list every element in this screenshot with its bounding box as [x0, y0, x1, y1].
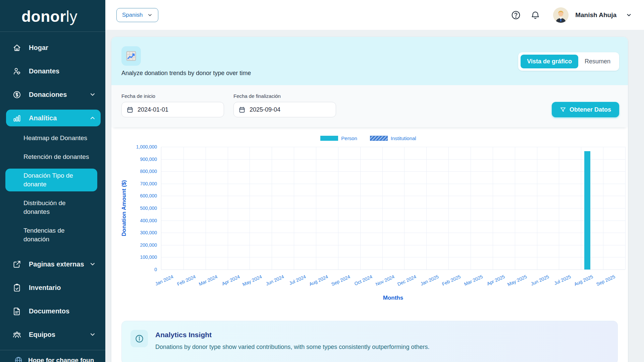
user-name[interactable]: Manish Ahuja [575, 11, 616, 19]
submenu-item-tendencias[interactable]: Tendencias de donación [5, 224, 97, 246]
sidebar-item-donaciones[interactable]: Donaciones [6, 86, 101, 103]
filter-bar: Fecha de inicio 2024-01-01 Fecha de fina… [111, 85, 628, 127]
sidebar-item-label: Donantes [29, 67, 96, 75]
gridline [228, 147, 228, 269]
submenu-item-distribucion[interactable]: Distribución de donantes [5, 196, 97, 219]
gridline [161, 221, 625, 221]
y-tick-label: 200,000 [140, 242, 157, 248]
analytics-card: Analyze donation trends by donor type ov… [111, 37, 628, 362]
topbar: Spanish Manish Ahuja [105, 0, 644, 30]
submenu-item-heatmap[interactable]: Heatmap de Donantes [5, 131, 97, 145]
sidebar-item-documentos[interactable]: Documentos [6, 303, 101, 319]
chart-view-button[interactable]: Vista de gráfico [521, 55, 578, 68]
y-tick-label: 300,000 [140, 230, 157, 235]
sidebar-item-inventario[interactable]: Inventario [6, 279, 101, 296]
chart-trend-icon [121, 46, 141, 66]
submenu-item-retencion[interactable]: Retención de donantes [5, 150, 97, 164]
gridline [161, 208, 625, 208]
clipboard-check-icon [12, 283, 21, 292]
analytics-submenu: Heatmap de Donantes Retención de donante… [0, 131, 105, 256]
calendar-icon [126, 106, 133, 113]
y-tick-label: 100,000 [140, 254, 157, 260]
gridline [448, 147, 449, 269]
filter-funnel-icon [560, 107, 566, 113]
legend-swatch-person [320, 136, 338, 141]
gridline [493, 147, 493, 269]
sidebar-item-label: Equipos [29, 331, 89, 339]
y-tick-label: 600,000 [140, 193, 157, 198]
gridline [161, 147, 625, 147]
gridline [272, 147, 272, 269]
chart-area: Donation Amount ($) 0100,000200,000300,0… [111, 147, 625, 305]
gridline [515, 147, 515, 269]
chart-bar-person-aug-2025[interactable] [584, 151, 590, 269]
content-area: Analyze donation trends by donor type ov… [105, 30, 644, 362]
language-value: Spanish [122, 12, 143, 18]
gridline [250, 147, 250, 269]
chevron-down-icon[interactable] [626, 12, 632, 18]
chevron-down-icon [89, 91, 96, 98]
gridline [161, 233, 625, 233]
gridline [559, 147, 559, 269]
gridline [161, 159, 625, 160]
y-tick-label: 1,000,000 [136, 144, 157, 149]
gridline [294, 147, 294, 269]
card-header: Analyze donation trends by donor type ov… [111, 37, 628, 85]
card-description: Analyze donation trends by donor type ov… [121, 70, 251, 77]
submenu-item-donacion-tipo[interactable]: Donación Tipo de donante [5, 169, 97, 191]
sidebar-item-analitica[interactable]: Analítica [6, 110, 101, 126]
x-axis-ticks: Jan 2024Feb 2024Mar 2024Apr 2024May 2024… [161, 270, 625, 295]
legend-swatch-institutional [370, 136, 388, 141]
gridline [537, 147, 537, 269]
notifications-bell-icon[interactable] [530, 10, 540, 20]
calendar-icon [238, 106, 246, 113]
start-date-input[interactable]: 2024-01-01 [121, 102, 224, 117]
end-date-input[interactable]: 2025-09-04 [233, 102, 336, 117]
sidebar-item-donantes[interactable]: Donantes [6, 63, 101, 79]
gridline [471, 147, 471, 269]
sidebar-item-label: Documentos [29, 307, 96, 315]
end-date-label: Fecha de finalización [233, 93, 336, 99]
app-logo: donorly [0, 0, 105, 32]
teams-people-icon [12, 330, 21, 339]
user-avatar[interactable] [553, 7, 569, 23]
start-date-label: Fecha de inicio [121, 93, 224, 99]
gridline [206, 147, 206, 269]
y-tick-label: 400,000 [140, 218, 157, 223]
sidebar-nav: Hogar Donantes Donaciones Analítica Heat… [0, 32, 105, 343]
x-axis-title: Months [161, 295, 625, 305]
y-tick-label: 700,000 [140, 181, 157, 186]
gridline [603, 147, 603, 269]
analytics-insight-panel: Analytics Insight Donations by donor typ… [121, 321, 618, 362]
plot-area [161, 147, 625, 270]
y-tick-label: 0 [154, 267, 157, 272]
end-date-value: 2025-09-04 [250, 106, 280, 113]
info-icon [130, 330, 148, 347]
sidebar-item-equipos[interactable]: Equipos [6, 326, 101, 343]
sidebar: donorly Hogar Donantes Donaciones [0, 0, 105, 362]
gridline [316, 147, 316, 269]
dollar-circle-icon [12, 90, 21, 99]
gridline [161, 257, 625, 257]
organization-switcher[interactable]: Hope for change foun [0, 350, 105, 362]
language-selector[interactable]: Spanish [116, 8, 158, 22]
legend-item-institutional[interactable]: Institutional [370, 135, 416, 141]
y-axis-ticks: 0100,000200,000300,000400,000500,000600,… [111, 147, 157, 270]
document-icon [12, 307, 21, 316]
gridline [161, 171, 625, 172]
view-toggle: Vista de gráfico Resumen [518, 52, 619, 71]
sidebar-item-hogar[interactable]: Hogar [6, 39, 101, 56]
organization-name: Hope for change foun [28, 357, 94, 362]
sidebar-item-paginas-externas[interactable]: Paginas externas [6, 256, 101, 273]
external-link-icon [12, 260, 21, 269]
summary-view-button[interactable]: Resumen [578, 55, 617, 68]
bar-chart-icon [12, 114, 21, 123]
help-icon[interactable] [511, 10, 521, 20]
logo-bold: donor [21, 8, 66, 25]
y-tick-label: 800,000 [140, 169, 157, 174]
chevron-up-icon [89, 115, 96, 121]
legend-item-person[interactable]: Person [320, 135, 357, 141]
chevron-down-icon [147, 12, 153, 18]
fetch-data-button[interactable]: Obtener Datos [552, 102, 619, 117]
topbar-right: Manish Ahuja [511, 7, 632, 23]
